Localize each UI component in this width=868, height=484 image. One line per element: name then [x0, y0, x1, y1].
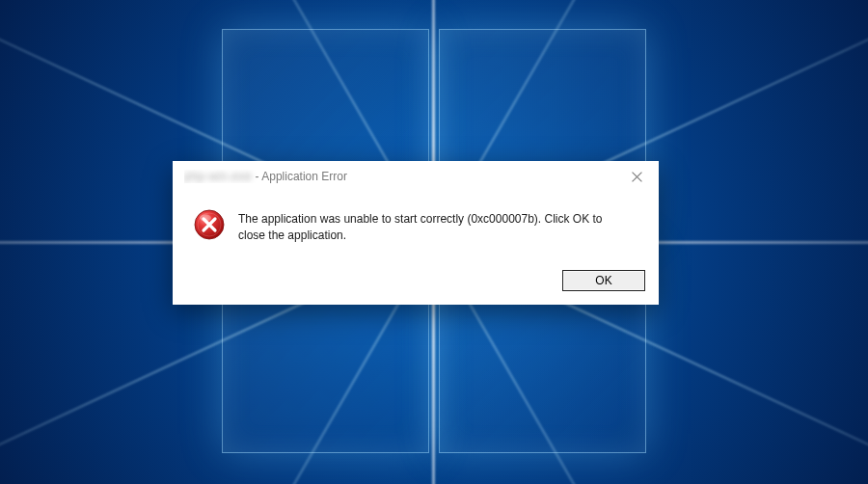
dialog-title: php-win.exe - Application Error: [184, 170, 347, 183]
svg-point-4: [200, 215, 211, 222]
dialog-body: The application was unable to start corr…: [173, 192, 659, 262]
error-dialog: php-win.exe - Application Error: [173, 161, 659, 305]
ok-button[interactable]: OK: [562, 270, 645, 291]
dialog-button-row: OK: [173, 262, 659, 305]
dialog-title-appname-redacted: php-win.exe: [184, 170, 252, 183]
close-button[interactable]: [614, 161, 659, 192]
dialog-title-suffix: - Application Error: [252, 170, 347, 183]
error-icon: [194, 209, 225, 240]
close-icon: [632, 172, 642, 182]
dialog-titlebar[interactable]: php-win.exe - Application Error: [173, 161, 659, 192]
dialog-message: The application was unable to start corr…: [238, 209, 624, 245]
